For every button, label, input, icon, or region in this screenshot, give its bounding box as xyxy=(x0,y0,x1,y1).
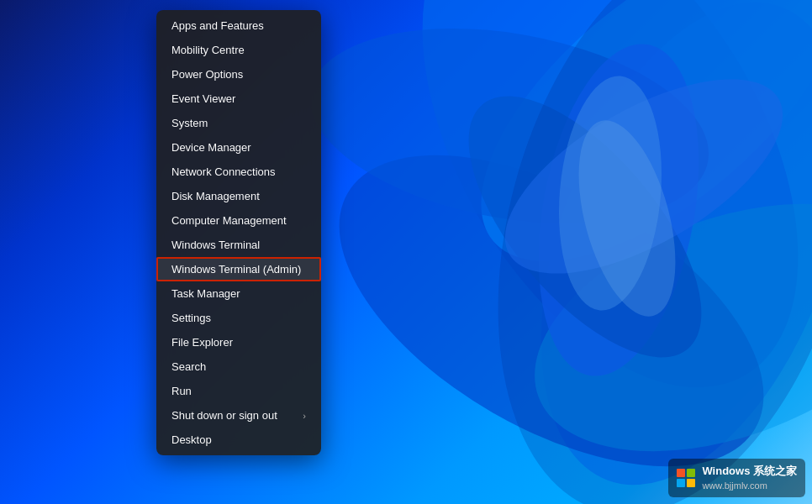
watermark-site-name: Windows 系统之家 xyxy=(702,464,797,479)
menu-item-network-connections[interactable]: Network Connections xyxy=(156,160,321,184)
menu-item-label-settings: Settings xyxy=(171,312,211,324)
menu-item-file-explorer[interactable]: File Explorer xyxy=(156,330,321,354)
menu-item-label-system: System xyxy=(171,117,208,129)
menu-item-label-desktop: Desktop xyxy=(171,433,212,446)
menu-item-label-windows-terminal: Windows Terminal xyxy=(171,239,260,251)
menu-item-search[interactable]: Search xyxy=(156,354,321,379)
menu-item-label-file-explorer: File Explorer xyxy=(171,336,233,349)
menu-item-settings[interactable]: Settings xyxy=(156,306,321,330)
menu-item-run[interactable]: Run xyxy=(156,379,321,403)
menu-item-label-run: Run xyxy=(171,385,192,397)
watermark-text: Windows 系统之家 www.bjjmlv.com xyxy=(702,464,797,492)
menu-item-power-options[interactable]: Power Options xyxy=(156,62,321,87)
menu-item-apps-features[interactable]: Apps and Features xyxy=(156,13,321,38)
windows-logo xyxy=(677,469,695,487)
menu-item-desktop[interactable]: Desktop xyxy=(156,428,321,452)
menu-item-label-search: Search xyxy=(171,360,206,373)
menu-item-label-network-connections: Network Connections xyxy=(171,165,276,178)
menu-item-label-device-manager: Device Manager xyxy=(171,141,251,154)
menu-item-label-mobility-centre: Mobility Centre xyxy=(171,44,245,56)
menu-item-disk-management[interactable]: Disk Management xyxy=(156,184,321,208)
chevron-right-icon: › xyxy=(303,411,306,421)
context-menu: Apps and FeaturesMobility CentrePower Op… xyxy=(156,10,321,455)
menu-item-task-manager[interactable]: Task Manager xyxy=(156,281,321,306)
menu-item-event-viewer[interactable]: Event Viewer xyxy=(156,87,321,111)
menu-item-label-shut-down-sign-out: Shut down or sign out xyxy=(171,409,277,422)
wallpaper xyxy=(0,0,812,504)
menu-item-label-apps-features: Apps and Features xyxy=(171,19,264,32)
menu-item-windows-terminal[interactable]: Windows Terminal xyxy=(156,233,321,257)
menu-item-shut-down-sign-out[interactable]: Shut down or sign out› xyxy=(156,403,321,428)
menu-item-device-manager[interactable]: Device Manager xyxy=(156,135,321,160)
menu-item-computer-management[interactable]: Computer Management xyxy=(156,208,321,233)
menu-item-label-power-options: Power Options xyxy=(171,68,243,81)
menu-item-label-disk-management: Disk Management xyxy=(171,190,260,202)
menu-item-label-event-viewer: Event Viewer xyxy=(171,92,235,105)
watermark-site-url: www.bjjmlv.com xyxy=(702,480,797,492)
watermark: Windows 系统之家 www.bjjmlv.com xyxy=(668,459,805,497)
menu-item-windows-terminal-admin[interactable]: Windows Terminal (Admin) xyxy=(156,257,321,281)
menu-item-label-task-manager: Task Manager xyxy=(171,287,240,300)
menu-item-system[interactable]: System xyxy=(156,111,321,135)
menu-item-label-computer-management: Computer Management xyxy=(171,214,287,227)
menu-item-mobility-centre[interactable]: Mobility Centre xyxy=(156,38,321,62)
menu-item-label-windows-terminal-admin: Windows Terminal (Admin) xyxy=(171,263,301,276)
